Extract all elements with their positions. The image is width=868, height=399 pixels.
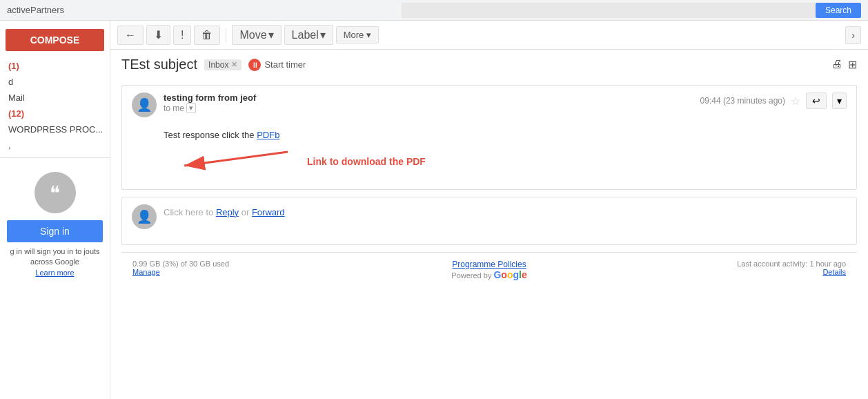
sidebar-item-drafts[interactable]: d [0, 74, 110, 90]
programme-policies-link[interactable]: Programme Policies [452, 260, 526, 269]
email-view: TEst subject Inbox ✕ ⏸ Start timer 🖨 ⊞ [110, 50, 868, 399]
timer-icon: ⏸ [248, 59, 261, 71]
manage-link[interactable]: Manage [132, 268, 160, 276]
subject-actions: 🖨 ⊞ [831, 58, 857, 71]
print-icon[interactable]: 🖨 [831, 58, 842, 71]
details-link[interactable]: Details [822, 268, 846, 276]
reply-link[interactable]: Reply [216, 207, 239, 217]
footer-left: 0.99 GB (3%) of 30 GB used Manage [132, 260, 371, 276]
footer: 0.99 GB (3%) of 30 GB used Manage Progra… [121, 252, 857, 287]
search-button[interactable]: Search [816, 3, 861, 18]
sidebar: COMPOSE (1) d Mail (12) WORDPRESS PROC..… [0, 21, 110, 399]
subject-line: TEst subject Inbox ✕ ⏸ Start timer 🖨 ⊞ [121, 57, 857, 77]
arrow-svg [164, 145, 302, 179]
app-title: activePartners [7, 5, 64, 15]
label-chevron-icon: ▾ [320, 28, 326, 41]
footer-center: Programme Policies Powered by Google [371, 260, 609, 280]
main-content: ← ⬇ ! 🗑 Move ▾ Label ▾ More ▾ › [110, 21, 868, 399]
star-icon[interactable]: ☆ [791, 95, 800, 108]
pdf-link[interactable]: PDFb [257, 130, 279, 140]
compose-button[interactable]: COMPOSE [6, 29, 104, 51]
email-to: to me ▾ [164, 103, 693, 113]
reply-button[interactable]: ↩ [806, 93, 827, 109]
inbox-badge-close[interactable]: ✕ [231, 60, 237, 69]
email-sender: testing form from jeof [164, 93, 693, 103]
email-body: Test response click the PDFb Link to dow… [122, 124, 856, 189]
powered-by: Powered by Google [371, 269, 609, 280]
top-bar: activePartners Search [0, 0, 868, 21]
reply-avatar: 👤 [132, 204, 157, 229]
back-button[interactable]: ← [117, 26, 144, 45]
more-chevron-icon: ▾ [366, 30, 371, 40]
delete-button[interactable]: 🗑 [194, 26, 220, 45]
google-logo: Google [493, 269, 526, 280]
email-message: 👤 testing form from jeof to me ▾ 09:44 (… [121, 85, 857, 190]
move-button[interactable]: Move ▾ [232, 25, 281, 45]
sidebar-avatar: ❝ [34, 172, 76, 213]
reply-box[interactable]: 👤 Click here to Reply or Forward [121, 197, 857, 245]
email-subject: TEst subject [121, 57, 197, 72]
last-activity-text: Last account activity: 1 hour ago [608, 260, 846, 268]
more-button[interactable]: More ▾ [336, 26, 379, 43]
arrow-annotation: Link to download the PDF [164, 145, 847, 179]
sidebar-item-inbox-count[interactable]: (1) [0, 58, 110, 74]
start-timer-button[interactable]: ⏸ Start timer [248, 59, 306, 71]
label-button[interactable]: Label ▾ [284, 25, 333, 45]
sidebar-item-wordpress[interactable]: WORDPRESS PROC... [0, 121, 110, 137]
email-meta: testing form from jeof to me ▾ [164, 93, 693, 113]
search-bar[interactable] [402, 3, 816, 18]
report-button[interactable]: ! [173, 26, 191, 45]
svg-line-1 [184, 152, 288, 166]
sidebar-item-comma[interactable]: , [0, 137, 110, 153]
sidebar-item-count12[interactable]: (12) [0, 106, 110, 121]
email-time: 09:44 (23 minutes ago) ☆ ↩ ▾ [700, 93, 847, 109]
sidebar-item-mail[interactable]: Mail [0, 90, 110, 106]
sender-avatar: 👤 [132, 93, 157, 117]
open-new-window-icon[interactable]: ⊞ [848, 58, 857, 71]
move-chevron-icon: ▾ [268, 28, 274, 41]
collapse-button[interactable]: › [845, 26, 861, 44]
to-dropdown[interactable]: ▾ [186, 103, 196, 113]
reply-text: Click here to Reply or Forward [164, 204, 847, 217]
email-more-button[interactable]: ▾ [832, 93, 847, 109]
archive-button[interactable]: ⬇ [146, 25, 170, 45]
storage-text: 0.99 GB (3%) of 30 GB used [132, 260, 371, 268]
toolbar-separator [226, 28, 226, 42]
footer-right: Last account activity: 1 hour ago Detail… [608, 260, 846, 276]
learn-more-link[interactable]: Learn more [35, 269, 74, 277]
sign-in-description: g in will sign you in to jouts across Go… [0, 242, 110, 278]
main-layout: COMPOSE (1) d Mail (12) WORDPRESS PROC..… [0, 21, 868, 399]
sign-in-button[interactable]: Sign in [7, 220, 103, 242]
annotation-text: Link to download the PDF [307, 155, 426, 169]
forward-link[interactable]: Forward [252, 207, 285, 217]
toolbar: ← ⬇ ! 🗑 Move ▾ Label ▾ More ▾ › [110, 21, 868, 50]
email-header: 👤 testing form from jeof to me ▾ 09:44 (… [122, 86, 856, 124]
inbox-badge: Inbox ✕ [204, 59, 241, 70]
sidebar-divider [0, 157, 110, 158]
